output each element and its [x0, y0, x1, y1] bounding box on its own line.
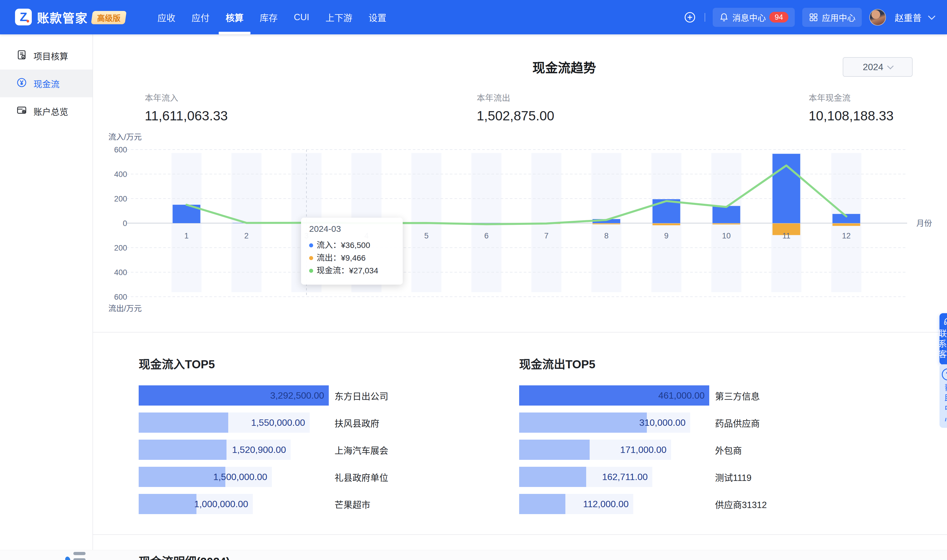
- tooltip-row: 现金流：¥27,034: [309, 265, 395, 277]
- tooltip-row: 流出：¥9,466: [309, 252, 395, 265]
- sidebar: 项目核算现金流账户总览: [0, 34, 93, 550]
- user-name[interactable]: 赵重普: [895, 11, 922, 24]
- outflow-bar[interactable]: [592, 223, 620, 224]
- nav-item[interactable]: 库存: [260, 0, 278, 34]
- nav-item[interactable]: 核算: [226, 0, 244, 34]
- stat-value: 10,108,188.33: [809, 108, 947, 123]
- nav-item[interactable]: 上下游: [325, 0, 352, 34]
- top5-row: 1,000,000.00芒果超市: [139, 494, 253, 514]
- top5-row: 171,000.00外包商: [519, 440, 671, 460]
- message-center-button[interactable]: 消息中心 94: [713, 8, 795, 27]
- top5-row: 112,000.00供应商31312: [519, 494, 633, 514]
- app-logo-letter: Z: [20, 10, 27, 24]
- y-tick-label: 0: [123, 219, 127, 228]
- top5-name: 第三方信息: [715, 389, 760, 402]
- outflow-bar[interactable]: [713, 223, 740, 224]
- top5-name: 测试1119: [715, 471, 751, 483]
- sidebar-item-项目核算[interactable]: 项目核算: [0, 42, 93, 69]
- series-dot-icon: [309, 243, 313, 248]
- outflow-top5-title: 现金流出TOP5: [519, 355, 595, 372]
- nav-item[interactable]: CUI: [294, 0, 309, 34]
- top5-bar[interactable]: [139, 494, 196, 514]
- stat-value: 11,611,063.33: [145, 108, 295, 123]
- top5-value: 1,550,000.00: [251, 417, 305, 428]
- bell-icon: [719, 12, 729, 22]
- header-right: 消息中心 94 应用中心 赵重普: [683, 0, 934, 34]
- top5-bar[interactable]: [139, 467, 225, 487]
- tooltip-row-text: 现金流：¥27,034: [317, 265, 378, 277]
- nav-item[interactable]: 应付: [191, 0, 210, 34]
- x-tick-label: 6: [484, 231, 489, 240]
- series-dot-icon: [309, 269, 313, 273]
- cashflow-trend-chart[interactable]: 6004002000200400600流入/万元流出/万元12345678910…: [93, 124, 947, 326]
- top5-track: 162,711.00: [519, 467, 652, 487]
- x-axis-label: 月份: [916, 219, 932, 228]
- top5-track: 1,550,000.00: [139, 412, 310, 433]
- year-select-value: 2024: [863, 62, 883, 72]
- outflow-bar[interactable]: [652, 223, 680, 225]
- nav-item[interactable]: 应收: [157, 0, 175, 34]
- top5-name: 上海汽车展会: [335, 443, 388, 456]
- section-divider: [93, 332, 947, 332]
- top5-name: 供应商31312: [715, 498, 767, 511]
- top5-track: 3,292,500.00: [139, 385, 329, 406]
- top5-value: 310,000.00: [639, 417, 686, 428]
- top5-track: 461,000.00: [519, 385, 709, 406]
- inflow-top5-title: 现金流入TOP5: [139, 355, 215, 372]
- top5-value: 171,000.00: [620, 445, 666, 455]
- top5-track: 1,520,900.00: [139, 440, 291, 460]
- premium-badge: 高级版: [91, 11, 126, 24]
- outflow-bar[interactable]: [833, 223, 860, 226]
- account-card-icon: [16, 105, 27, 118]
- top5-bar[interactable]: [139, 440, 227, 460]
- y-tick-label: 600: [114, 146, 127, 154]
- x-tick-label: 10: [722, 231, 731, 240]
- top5-bar[interactable]: [519, 494, 565, 514]
- inflow-bar[interactable]: [713, 206, 740, 223]
- stat-value: 1,502,875.00: [477, 108, 627, 123]
- contact-support-tab[interactable]: 联系客服: [939, 313, 947, 365]
- section-divider-2: [93, 534, 947, 535]
- top5-bar[interactable]: [519, 467, 586, 487]
- tooltip-row-text: 流入：¥36,500: [317, 239, 370, 252]
- top5-bar[interactable]: [519, 440, 590, 460]
- y-axis-bottom-label: 流出/万元: [108, 304, 142, 313]
- floating-widget-icon[interactable]: [65, 551, 87, 560]
- sidebar-item-label: 项目核算: [34, 49, 68, 62]
- top5-name: 东方日出公司: [335, 389, 388, 402]
- user-avatar[interactable]: [869, 9, 886, 26]
- app-title: 账款管家: [37, 0, 88, 34]
- top5-bar[interactable]: [139, 412, 228, 433]
- chart-tooltip: 2024-03 流入：¥36,500流出：¥9,466现金流：¥27,034: [301, 218, 403, 285]
- top5-bar[interactable]: [519, 412, 647, 433]
- chevron-down-icon: [887, 63, 893, 69]
- add-button[interactable]: [683, 10, 697, 25]
- cashflow-yen-icon: [16, 77, 27, 90]
- year-select[interactable]: 2024: [843, 57, 913, 77]
- message-center-label: 消息中心: [733, 11, 766, 23]
- stat-本年现金流: 本年现金流10,108,188.33: [809, 91, 947, 123]
- top5-track: 310,000.00: [519, 412, 690, 433]
- top5-track: 112,000.00: [519, 494, 633, 514]
- headset-icon: [943, 317, 947, 326]
- y-tick-label: 400: [114, 170, 127, 179]
- app-logo[interactable]: Z: [15, 9, 32, 25]
- top5-name: 礼县政府单位: [335, 471, 388, 483]
- tooltip-title: 2024-03: [309, 224, 395, 234]
- top5-value: 112,000.00: [583, 499, 629, 509]
- user-menu-chevron-icon[interactable]: [928, 12, 935, 20]
- inflow-bar[interactable]: [773, 154, 800, 223]
- sidebar-item-现金流[interactable]: 现金流: [0, 69, 93, 97]
- nav-item[interactable]: 设置: [369, 0, 386, 34]
- app-center-button[interactable]: 应用中心: [802, 8, 862, 27]
- app-root: Z 账款管家 高级版 应收应付核算库存CUI上下游设置 消息中心 94: [0, 0, 947, 560]
- y-tick-label: 400: [114, 268, 127, 277]
- help-center-tab[interactable]: ? 帮助中心: [939, 364, 947, 428]
- y-tick-label: 200: [114, 244, 127, 252]
- help-icon: ?: [942, 368, 947, 380]
- sidebar-item-账户总览[interactable]: 账户总览: [0, 97, 93, 125]
- sidebar-item-label: 现金流: [34, 77, 60, 90]
- contact-support-label: 联系客服: [936, 329, 947, 365]
- top5-value: 461,000.00: [659, 390, 705, 401]
- top5-name: 药品供应商: [715, 416, 760, 429]
